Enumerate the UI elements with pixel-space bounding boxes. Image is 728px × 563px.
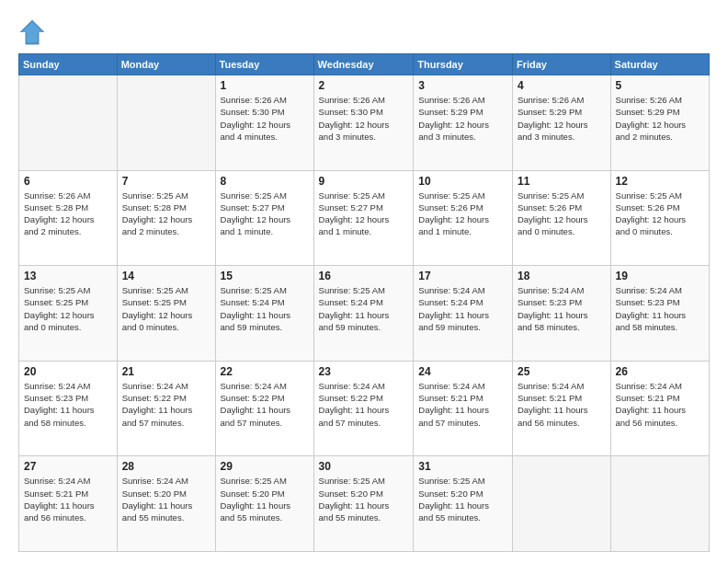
weekday-header-monday: Monday: [117, 54, 215, 75]
day-number: 17: [418, 270, 507, 282]
calendar-cell: 13Sunrise: 5:25 AM Sunset: 5:25 PM Dayli…: [19, 266, 118, 362]
day-detail: Sunrise: 5:24 AM Sunset: 5:23 PM Dayligh…: [518, 284, 606, 333]
week-row-5: 27Sunrise: 5:24 AM Sunset: 5:21 PM Dayli…: [19, 456, 710, 552]
day-number: 21: [122, 365, 210, 378]
day-number: 29: [221, 460, 309, 473]
day-detail: Sunrise: 5:24 AM Sunset: 5:20 PM Dayligh…: [122, 475, 210, 523]
day-number: 4: [518, 79, 606, 92]
calendar-cell: 29Sunrise: 5:25 AM Sunset: 5:20 PM Dayli…: [215, 456, 313, 552]
calendar-cell: 6Sunrise: 5:26 AM Sunset: 5:28 PM Daylig…: [19, 170, 118, 266]
calendar-cell: 25Sunrise: 5:24 AM Sunset: 5:21 PM Dayli…: [512, 361, 610, 456]
day-number: 1: [221, 79, 309, 92]
day-number: 15: [221, 270, 309, 282]
day-number: 24: [418, 365, 507, 378]
calendar-cell: 5Sunrise: 5:26 AM Sunset: 5:29 PM Daylig…: [610, 75, 709, 171]
day-number: 14: [122, 270, 210, 282]
weekday-header-row: SundayMondayTuesdayWednesdayThursdayFrid…: [19, 54, 710, 75]
day-number: 25: [518, 365, 606, 378]
page: SundayMondayTuesdayWednesdayThursdayFrid…: [0, 0, 728, 563]
day-number: 31: [418, 460, 507, 473]
day-detail: Sunrise: 5:25 AM Sunset: 5:26 PM Dayligh…: [518, 190, 606, 238]
weekday-header-thursday: Thursday: [414, 54, 513, 75]
day-number: 16: [319, 270, 409, 282]
calendar-cell: 2Sunrise: 5:26 AM Sunset: 5:30 PM Daylig…: [313, 75, 414, 171]
day-number: 9: [319, 175, 409, 188]
day-number: 28: [122, 460, 210, 473]
day-number: 3: [418, 79, 507, 92]
logo-icon: [18, 18, 46, 46]
calendar-cell: 14Sunrise: 5:25 AM Sunset: 5:25 PM Dayli…: [117, 266, 215, 362]
day-number: 26: [616, 365, 704, 378]
calendar: SundayMondayTuesdayWednesdayThursdayFrid…: [18, 53, 710, 552]
day-detail: Sunrise: 5:25 AM Sunset: 5:24 PM Dayligh…: [221, 284, 309, 333]
day-detail: Sunrise: 5:26 AM Sunset: 5:30 PM Dayligh…: [319, 94, 409, 143]
day-detail: Sunrise: 5:26 AM Sunset: 5:29 PM Dayligh…: [616, 94, 704, 143]
day-detail: Sunrise: 5:25 AM Sunset: 5:24 PM Dayligh…: [319, 284, 409, 333]
calendar-cell: 15Sunrise: 5:25 AM Sunset: 5:24 PM Dayli…: [215, 266, 313, 362]
day-number: 12: [616, 175, 704, 188]
calendar-cell: 20Sunrise: 5:24 AM Sunset: 5:23 PM Dayli…: [19, 361, 118, 456]
week-row-1: 1Sunrise: 5:26 AM Sunset: 5:30 PM Daylig…: [19, 75, 710, 171]
weekday-header-friday: Friday: [512, 54, 610, 75]
day-detail: Sunrise: 5:25 AM Sunset: 5:20 PM Dayligh…: [418, 475, 507, 523]
calendar-cell: 8Sunrise: 5:25 AM Sunset: 5:27 PM Daylig…: [215, 170, 313, 266]
day-detail: Sunrise: 5:25 AM Sunset: 5:20 PM Dayligh…: [319, 475, 409, 523]
day-number: 10: [418, 175, 507, 188]
calendar-cell: 21Sunrise: 5:24 AM Sunset: 5:22 PM Dayli…: [117, 361, 215, 456]
weekday-header-wednesday: Wednesday: [313, 54, 414, 75]
logo: [18, 18, 50, 46]
calendar-cell: [117, 75, 215, 171]
day-number: 27: [24, 460, 112, 473]
day-number: 2: [319, 79, 409, 92]
calendar-cell: 10Sunrise: 5:25 AM Sunset: 5:26 PM Dayli…: [414, 170, 513, 266]
day-number: 19: [616, 270, 704, 282]
calendar-cell: 27Sunrise: 5:24 AM Sunset: 5:21 PM Dayli…: [19, 456, 118, 552]
calendar-cell: 7Sunrise: 5:25 AM Sunset: 5:28 PM Daylig…: [117, 170, 215, 266]
calendar-cell: 28Sunrise: 5:24 AM Sunset: 5:20 PM Dayli…: [117, 456, 215, 552]
day-detail: Sunrise: 5:24 AM Sunset: 5:21 PM Dayligh…: [24, 475, 112, 523]
day-detail: Sunrise: 5:24 AM Sunset: 5:23 PM Dayligh…: [24, 380, 112, 429]
calendar-cell: 16Sunrise: 5:25 AM Sunset: 5:24 PM Dayli…: [313, 266, 414, 362]
day-detail: Sunrise: 5:24 AM Sunset: 5:24 PM Dayligh…: [418, 284, 507, 333]
calendar-cell: 18Sunrise: 5:24 AM Sunset: 5:23 PM Dayli…: [512, 266, 610, 362]
day-number: 18: [518, 270, 606, 282]
calendar-cell: 9Sunrise: 5:25 AM Sunset: 5:27 PM Daylig…: [313, 170, 414, 266]
day-detail: Sunrise: 5:25 AM Sunset: 5:27 PM Dayligh…: [221, 190, 309, 238]
calendar-cell: 17Sunrise: 5:24 AM Sunset: 5:24 PM Dayli…: [414, 266, 513, 362]
calendar-cell: 26Sunrise: 5:24 AM Sunset: 5:21 PM Dayli…: [610, 361, 709, 456]
day-number: 13: [24, 270, 112, 282]
day-number: 5: [616, 79, 704, 92]
calendar-cell: 12Sunrise: 5:25 AM Sunset: 5:26 PM Dayli…: [610, 170, 709, 266]
calendar-cell: 22Sunrise: 5:24 AM Sunset: 5:22 PM Dayli…: [215, 361, 313, 456]
day-detail: Sunrise: 5:26 AM Sunset: 5:28 PM Dayligh…: [24, 190, 112, 238]
day-detail: Sunrise: 5:24 AM Sunset: 5:21 PM Dayligh…: [616, 380, 704, 429]
day-detail: Sunrise: 5:25 AM Sunset: 5:25 PM Dayligh…: [122, 284, 210, 333]
calendar-cell: 31Sunrise: 5:25 AM Sunset: 5:20 PM Dayli…: [414, 456, 513, 552]
day-detail: Sunrise: 5:24 AM Sunset: 5:22 PM Dayligh…: [221, 380, 309, 429]
day-detail: Sunrise: 5:26 AM Sunset: 5:30 PM Dayligh…: [221, 94, 309, 143]
calendar-cell: 23Sunrise: 5:24 AM Sunset: 5:22 PM Dayli…: [313, 361, 414, 456]
day-detail: Sunrise: 5:25 AM Sunset: 5:20 PM Dayligh…: [221, 475, 309, 523]
day-number: 20: [24, 365, 112, 378]
day-number: 22: [221, 365, 309, 378]
day-detail: Sunrise: 5:25 AM Sunset: 5:26 PM Dayligh…: [616, 190, 704, 238]
day-detail: Sunrise: 5:25 AM Sunset: 5:25 PM Dayligh…: [24, 284, 112, 333]
calendar-cell: 30Sunrise: 5:25 AM Sunset: 5:20 PM Dayli…: [313, 456, 414, 552]
day-detail: Sunrise: 5:24 AM Sunset: 5:23 PM Dayligh…: [616, 284, 704, 333]
day-detail: Sunrise: 5:24 AM Sunset: 5:21 PM Dayligh…: [518, 380, 606, 429]
day-number: 23: [319, 365, 409, 378]
calendar-cell: 3Sunrise: 5:26 AM Sunset: 5:29 PM Daylig…: [414, 75, 513, 171]
day-number: 8: [221, 175, 309, 188]
weekday-header-sunday: Sunday: [19, 54, 118, 75]
day-number: 6: [24, 175, 112, 188]
calendar-cell: [19, 75, 118, 171]
weekday-header-tuesday: Tuesday: [215, 54, 313, 75]
calendar-cell: 1Sunrise: 5:26 AM Sunset: 5:30 PM Daylig…: [215, 75, 313, 171]
week-row-2: 6Sunrise: 5:26 AM Sunset: 5:28 PM Daylig…: [19, 170, 710, 266]
day-detail: Sunrise: 5:25 AM Sunset: 5:27 PM Dayligh…: [319, 190, 409, 238]
week-row-3: 13Sunrise: 5:25 AM Sunset: 5:25 PM Dayli…: [19, 266, 710, 362]
day-number: 7: [122, 175, 210, 188]
calendar-cell: 11Sunrise: 5:25 AM Sunset: 5:26 PM Dayli…: [512, 170, 610, 266]
day-detail: Sunrise: 5:25 AM Sunset: 5:28 PM Dayligh…: [122, 190, 210, 238]
day-detail: Sunrise: 5:25 AM Sunset: 5:26 PM Dayligh…: [418, 190, 507, 238]
